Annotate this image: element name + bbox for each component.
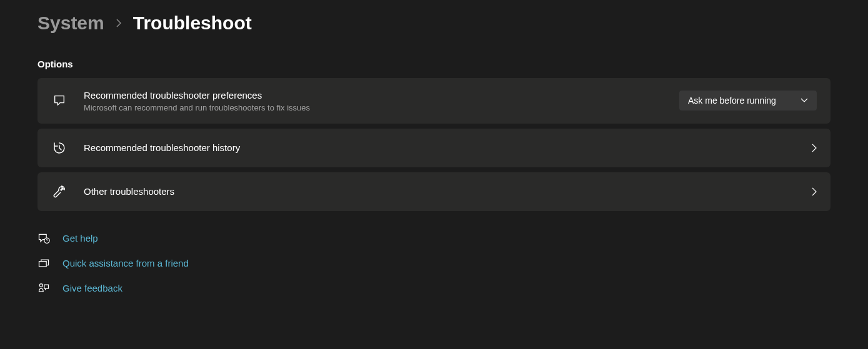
history-title: Recommended troubleshooter history bbox=[84, 142, 812, 154]
breadcrumb: System Troubleshoot bbox=[37, 12, 831, 34]
other-card[interactable]: Other troubleshooters bbox=[37, 172, 831, 211]
feedback-link[interactable]: Give feedback bbox=[37, 282, 831, 295]
preferences-card[interactable]: Recommended troubleshooter preferences M… bbox=[37, 78, 831, 124]
chevron-right-icon bbox=[812, 144, 817, 152]
help-icon bbox=[37, 232, 50, 245]
screens-icon bbox=[37, 257, 50, 270]
chevron-right-icon bbox=[812, 187, 817, 196]
preferences-dropdown[interactable]: Ask me before running bbox=[679, 91, 817, 111]
history-text: Recommended troubleshooter history bbox=[84, 142, 812, 154]
section-heading: Options bbox=[37, 59, 831, 69]
chevron-right-icon bbox=[116, 18, 122, 28]
other-title: Other troubleshooters bbox=[84, 185, 812, 198]
history-icon bbox=[51, 140, 67, 156]
get-help-link[interactable]: Get help bbox=[37, 232, 831, 245]
quick-assist-label: Quick assistance from a friend bbox=[62, 258, 189, 268]
get-help-label: Get help bbox=[62, 233, 98, 243]
svg-rect-1 bbox=[39, 261, 47, 266]
chevron-down-icon bbox=[801, 98, 808, 103]
preferences-text: Recommended troubleshooter preferences M… bbox=[84, 89, 679, 112]
history-card[interactable]: Recommended troubleshooter history bbox=[37, 129, 831, 167]
wrench-icon bbox=[51, 184, 67, 200]
help-links: Get help Quick assistance from a friend … bbox=[37, 232, 831, 295]
quick-assist-link[interactable]: Quick assistance from a friend bbox=[37, 257, 831, 270]
svg-point-2 bbox=[39, 283, 42, 287]
preferences-subtitle: Microsoft can recommend and run troubles… bbox=[84, 103, 679, 112]
page-title: Troubleshoot bbox=[133, 12, 252, 34]
chat-icon bbox=[51, 92, 67, 109]
feedback-icon bbox=[37, 282, 50, 295]
other-text: Other troubleshooters bbox=[84, 185, 812, 198]
breadcrumb-parent-link[interactable]: System bbox=[37, 12, 104, 34]
feedback-label: Give feedback bbox=[62, 283, 122, 293]
preferences-dropdown-value: Ask me before running bbox=[688, 96, 776, 106]
preferences-title: Recommended troubleshooter preferences bbox=[84, 89, 679, 102]
